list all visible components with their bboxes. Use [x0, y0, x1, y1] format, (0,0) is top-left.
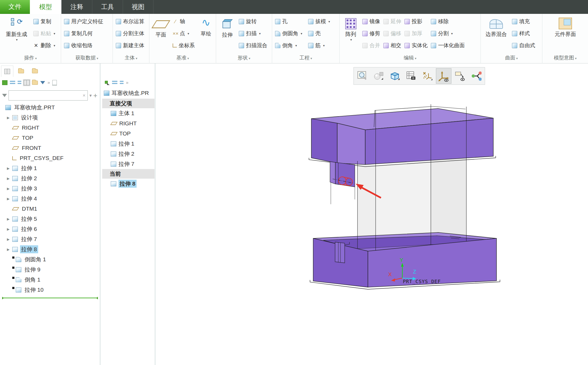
- ref-item-body-1[interactable]: 主体 1: [102, 108, 154, 118]
- tree-columns-icon[interactable]: [24, 80, 30, 85]
- open-folder-icon[interactable]: [32, 81, 38, 85]
- annotation-display-button[interactable]: [452, 68, 468, 84]
- round-button[interactable]: 倒圆角 ▾: [274, 27, 306, 39]
- expand-arrow-icon[interactable]: ▶: [6, 177, 10, 181]
- shell-button[interactable]: 壳: [307, 27, 331, 39]
- tree-item-extrude-6[interactable]: ▶拉伸 6: [0, 224, 100, 234]
- insert-here-indicator[interactable]: [3, 298, 97, 298]
- collapse-list-icon[interactable]: [120, 81, 124, 85]
- tab-favorites[interactable]: [29, 66, 41, 77]
- tree-item-extrude-10[interactable]: 拉伸 10: [0, 285, 100, 295]
- expand-arrow-icon[interactable]: ▶: [6, 227, 10, 231]
- group-label-datum[interactable]: 基准 ▾: [149, 54, 216, 61]
- boolean-button[interactable]: 布尔运算: [114, 15, 146, 27]
- tree-item-design-items[interactable]: ▶设计项: [0, 113, 100, 123]
- group-label-surfaces[interactable]: 曲面 ▾: [481, 54, 542, 61]
- copy-button[interactable]: 复制: [32, 15, 57, 27]
- tab-file[interactable]: 文件: [0, 0, 30, 14]
- group-label-model-intent[interactable]: 模型意图 ▾: [542, 54, 588, 61]
- clear-search-icon[interactable]: ×: [83, 93, 86, 98]
- ref-item-extrude-7[interactable]: 拉伸 7: [102, 159, 154, 169]
- new-body-button[interactable]: 新建主体: [114, 39, 146, 51]
- tree-item-chamfer-1[interactable]: 倒角 1: [0, 275, 100, 285]
- tree-item-extrude-1[interactable]: ▶拉伸 1: [0, 163, 100, 173]
- datum-display-filters-button[interactable]: [420, 68, 435, 84]
- axis-button[interactable]: ∕ 轴: [171, 15, 196, 27]
- sweep-button[interactable]: 扫描 ▾: [237, 27, 269, 39]
- refit-zoom-button[interactable]: [355, 68, 370, 84]
- settings-doc-icon[interactable]: [52, 80, 57, 86]
- delete-button[interactable]: ✕ 删除 ▾: [32, 39, 57, 51]
- freestyle-button[interactable]: 自由式: [511, 39, 537, 51]
- unite-quilt-button[interactable]: 一体化曲面: [430, 39, 466, 51]
- tree-item-extrude-2[interactable]: ▶拉伸 2: [0, 173, 100, 183]
- thicken-button[interactable]: 加厚: [403, 27, 429, 39]
- expand-arrow-icon[interactable]: ▶: [6, 197, 10, 201]
- lid-box[interactable]: [309, 109, 496, 167]
- remove-button[interactable]: 移除: [430, 15, 466, 27]
- tree-item-round-1[interactable]: 倒圆角 1: [0, 254, 100, 264]
- split-body-button[interactable]: 分割主体: [114, 27, 146, 39]
- tree-item-dtm1[interactable]: DTM1: [0, 204, 100, 214]
- project-button[interactable]: 投影: [403, 15, 429, 27]
- tree-item-extrude-8-selected[interactable]: ▶拉伸 8: [0, 244, 100, 254]
- trim-button[interactable]: 修剪: [361, 27, 382, 39]
- tree-item-right-plane[interactable]: RIGHT: [0, 123, 100, 133]
- tree-search-input[interactable]: ×: [9, 90, 88, 101]
- expand-list-icon[interactable]: [10, 81, 15, 85]
- offset-button[interactable]: 偏移: [382, 27, 403, 39]
- group-label-body[interactable]: 主体 ▾: [113, 54, 149, 61]
- tree-item-extrude-4[interactable]: ▶拉伸 4: [0, 194, 100, 204]
- mirror-button[interactable]: 镜像: [361, 15, 382, 27]
- rib-button[interactable]: 筋 ▾: [307, 39, 331, 51]
- chamfer-button[interactable]: 倒角 ▾: [274, 39, 306, 51]
- copy-geometry-button[interactable]: 复制几何: [63, 27, 105, 39]
- csys-button[interactable]: 坐标系: [171, 39, 196, 51]
- model-3d-view[interactable]: Y X Z PRT_CSYS_DEF: [157, 63, 588, 365]
- merge-button[interactable]: 合并: [361, 39, 382, 51]
- ref-item-extrude-2[interactable]: 拉伸 2: [102, 149, 154, 159]
- tree-item-default-csys[interactable]: PRT_CSYS_DEF: [0, 153, 100, 163]
- graphics-area[interactable]: Y X Z PRT_CSYS_DEF: [157, 63, 588, 365]
- tree-item-part-root[interactable]: 耳塞收纳盒.PRT: [0, 102, 100, 113]
- ref-item-extrude-8-current[interactable]: 拉伸 8: [102, 179, 154, 189]
- display-style-button[interactable]: [371, 68, 386, 84]
- hole-button[interactable]: 孔: [274, 15, 306, 27]
- group-label-editing[interactable]: 编辑 ▾: [340, 54, 480, 61]
- tree-item-extrude-9[interactable]: 拉伸 9: [0, 264, 100, 275]
- add-filter-icon[interactable]: +: [93, 93, 97, 98]
- group-label-engineering[interactable]: 工程 ▾: [272, 54, 339, 61]
- draft-button[interactable]: 拔模 ▾: [307, 15, 331, 27]
- ref-item-top[interactable]: TOP: [102, 129, 154, 139]
- tab-annotate[interactable]: 注释: [61, 0, 92, 14]
- ref-item-right[interactable]: RIGHT: [102, 118, 154, 129]
- paste-button[interactable]: 粘贴 ▾: [32, 27, 57, 39]
- solidify-button[interactable]: 实体化: [403, 39, 429, 51]
- tab-model-tree[interactable]: [1, 66, 13, 77]
- fill-button[interactable]: 填充: [511, 15, 537, 27]
- group-label-shapes[interactable]: 形状 ▾: [216, 54, 272, 61]
- ref-item-extrude-1[interactable]: 拉伸 1: [102, 139, 154, 149]
- group-label-get-data[interactable]: 获取数据 ▾: [61, 54, 113, 61]
- spin-center-button-active[interactable]: [436, 68, 451, 84]
- expand-list-icon[interactable]: [112, 81, 117, 85]
- overflow-chevron-icon[interactable]: »: [47, 80, 50, 85]
- swept-blend-button[interactable]: 扫描混合: [237, 39, 269, 51]
- tree-filter-icon[interactable]: [40, 81, 45, 84]
- expand-arrow-icon[interactable]: ▶: [6, 166, 10, 170]
- tree-item-extrude-3[interactable]: ▶拉伸 3: [0, 183, 100, 194]
- tab-folder-browser[interactable]: [15, 66, 27, 77]
- extend-button[interactable]: 延伸: [382, 15, 403, 27]
- expand-arrow-icon[interactable]: ▶: [6, 237, 10, 241]
- revolve-button[interactable]: 旋转: [237, 15, 269, 27]
- tree-item-front-plane[interactable]: FRONT: [0, 143, 100, 153]
- expand-arrow-icon[interactable]: ▶: [6, 217, 10, 221]
- expand-arrow-icon[interactable]: ▶: [6, 116, 10, 120]
- group-label-operations[interactable]: 操作 ▾: [0, 54, 61, 61]
- collapse-list-icon[interactable]: [18, 81, 21, 85]
- point-button[interactable]: ×× 点 ▾: [171, 27, 196, 39]
- udf-button[interactable]: 用户定义特征: [63, 15, 105, 27]
- named-views-button[interactable]: [387, 68, 403, 84]
- tree-item-top-plane[interactable]: TOP: [0, 133, 100, 143]
- shrinkwrap-button[interactable]: 收缩包络: [63, 39, 105, 51]
